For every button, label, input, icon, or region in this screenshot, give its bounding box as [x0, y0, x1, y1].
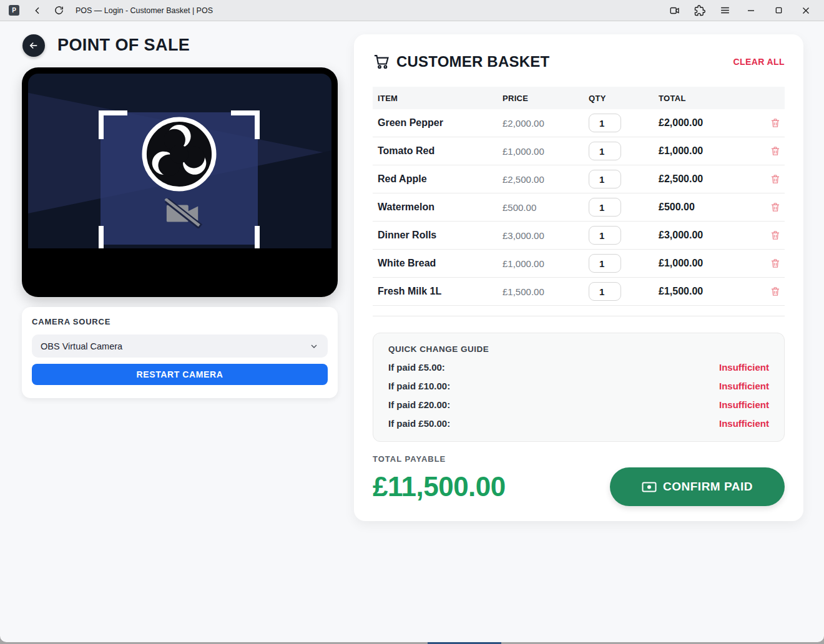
table-row: White Bread £1,000.00 £1,000.00: [373, 250, 785, 278]
table-row: Tomato Red £1,000.00 £1,000.00: [373, 137, 785, 165]
table-row: Fresh Milk 1L £1,500.00 £1,500.00: [373, 278, 785, 306]
extensions-icon[interactable]: [692, 2, 708, 19]
delete-item-icon[interactable]: [766, 145, 785, 157]
menu-icon[interactable]: [717, 2, 733, 19]
close-button[interactable]: [797, 6, 815, 15]
guide-value: Insufficient: [719, 362, 769, 373]
back-button[interactable]: [22, 34, 45, 57]
guide-row: If paid £5.00: Insufficient: [388, 362, 769, 373]
confirm-paid-button[interactable]: CONFIRM PAID: [610, 467, 785, 506]
total-payable-amount: £11,500.00: [373, 471, 506, 502]
camera-preview: [22, 67, 338, 297]
table-row: Red Apple £2,500.00 £2,500.00: [373, 165, 785, 193]
camera-source-card: CAMERA SOURCE OBS Virtual Camera RESTART…: [22, 307, 338, 398]
qty-input[interactable]: [589, 198, 621, 217]
customer-basket-card: CUSTOMER BASKET CLEAR ALL ITEM PRICE QTY…: [354, 34, 803, 521]
basket-table-header: ITEM PRICE QTY TOTAL: [373, 87, 785, 109]
qty-input[interactable]: [589, 114, 621, 132]
qty-input[interactable]: [589, 254, 621, 273]
table-row: Watermelon £500.00 £500.00: [373, 193, 785, 222]
total-payable-label: TOTAL PAYABLE: [373, 454, 785, 464]
qty-input[interactable]: [589, 282, 621, 301]
window-titlebar: P POS — Login - Customer Basket | POS: [0, 0, 824, 21]
restart-camera-button[interactable]: RESTART CAMERA: [32, 364, 328, 385]
clear-all-button[interactable]: CLEAR ALL: [733, 57, 785, 67]
pos-page: POINT OF SALE: [0, 21, 824, 642]
delete-item-icon[interactable]: [766, 117, 785, 129]
camera-source-select[interactable]: OBS Virtual Camera: [32, 334, 328, 358]
reload-icon[interactable]: [51, 2, 67, 19]
app-favicon: P: [9, 5, 19, 16]
camera-video-feed: [28, 74, 331, 248]
delete-item-icon[interactable]: [766, 258, 785, 269]
col-qty: QTY: [584, 94, 654, 103]
table-row: Green Pepper £2,000.00 £2,000.00: [373, 109, 785, 137]
qty-input[interactable]: [589, 226, 621, 245]
col-item: ITEM: [373, 94, 498, 103]
back-nav-icon[interactable]: [29, 2, 46, 19]
table-row: Dinner Rolls £3,000.00 £3,000.00: [373, 222, 785, 250]
camera-share-icon[interactable]: [667, 2, 683, 19]
quick-change-guide: QUICK CHANGE GUIDE If paid £5.00: Insuff…: [373, 333, 785, 442]
guide-value: Insufficient: [719, 399, 769, 410]
guide-title: QUICK CHANGE GUIDE: [388, 344, 769, 354]
window-title: POS — Login - Customer Basket | POS: [76, 6, 662, 15]
basket-title: CUSTOMER BASKET: [396, 53, 733, 71]
qty-input[interactable]: [589, 170, 621, 188]
qty-input[interactable]: [589, 142, 621, 160]
viewfinder-frame: [99, 110, 260, 248]
col-total: TOTAL: [654, 94, 766, 103]
col-price: PRICE: [498, 94, 584, 103]
chevron-down-icon: [309, 341, 319, 351]
guide-row: If paid £10.00: Insufficient: [388, 381, 769, 391]
table-end-divider: [373, 316, 785, 316]
maximize-button[interactable]: [769, 6, 788, 14]
delete-item-icon[interactable]: [766, 202, 785, 213]
page-title: POINT OF SALE: [57, 36, 190, 55]
guide-value: Insufficient: [719, 381, 769, 391]
guide-row: If paid £50.00: Insufficient: [388, 418, 769, 429]
delete-item-icon[interactable]: [766, 173, 785, 185]
payment-summary: TOTAL PAYABLE £11,500.00 CONFIRM PAID: [373, 454, 785, 506]
delete-item-icon[interactable]: [766, 286, 785, 297]
delete-item-icon[interactable]: [766, 230, 785, 241]
banknote-icon: [642, 482, 657, 492]
camera-source-label: CAMERA SOURCE: [32, 317, 328, 326]
minimize-button[interactable]: [742, 6, 760, 15]
guide-value: Insufficient: [719, 418, 769, 429]
guide-row: If paid £20.00: Insufficient: [388, 399, 769, 410]
cart-icon: [373, 53, 390, 71]
camera-source-value: OBS Virtual Camera: [41, 341, 309, 351]
